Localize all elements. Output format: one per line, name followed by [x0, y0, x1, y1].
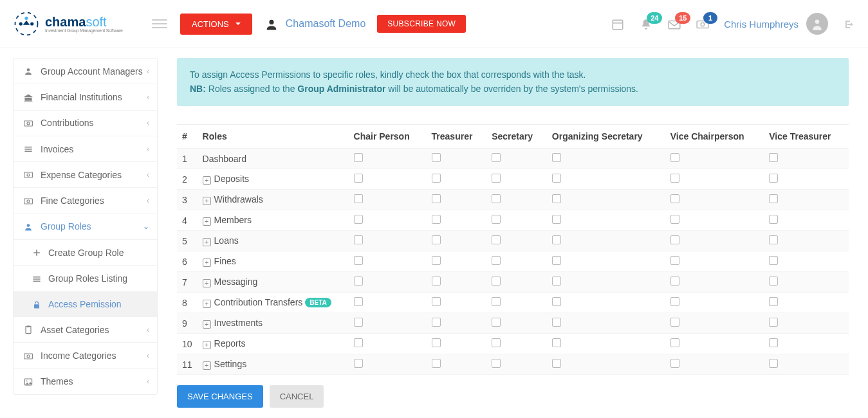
sidebar-item[interactable]: Themes ‹: [14, 369, 157, 394]
menu-toggle-icon[interactable]: [152, 19, 167, 28]
permission-checkbox[interactable]: [432, 297, 441, 306]
messages-icon[interactable]: 15: [667, 16, 681, 32]
sidebar-sub-item[interactable]: Group Roles Listing: [14, 266, 157, 291]
expand-icon[interactable]: +: [203, 300, 211, 308]
permission-checkbox[interactable]: [492, 277, 501, 286]
sidebar-item[interactable]: Fine Categories ‹: [14, 188, 157, 214]
permission-checkbox[interactable]: [354, 194, 363, 203]
permission-checkbox[interactable]: [354, 359, 363, 368]
permission-checkbox[interactable]: [769, 359, 778, 368]
permission-checkbox[interactable]: [432, 277, 441, 286]
user-menu[interactable]: Chris Humphreys: [724, 13, 828, 35]
permission-checkbox[interactable]: [354, 235, 363, 244]
permission-checkbox[interactable]: [432, 256, 441, 265]
permission-checkbox[interactable]: [432, 194, 441, 203]
expand-icon[interactable]: +: [203, 279, 211, 287]
permission-checkbox[interactable]: [769, 194, 778, 203]
permission-checkbox[interactable]: [492, 359, 501, 368]
permission-checkbox[interactable]: [552, 338, 561, 347]
permission-checkbox[interactable]: [769, 215, 778, 224]
permission-checkbox[interactable]: [354, 318, 363, 327]
permission-checkbox[interactable]: [492, 153, 501, 162]
sidebar-item[interactable]: Invoices ‹: [14, 136, 157, 162]
expand-icon[interactable]: +: [203, 217, 211, 226]
permission-checkbox[interactable]: [769, 174, 778, 183]
current-group[interactable]: Chamasoft Demo: [264, 15, 366, 32]
permission-checkbox[interactable]: [552, 215, 561, 224]
permission-checkbox[interactable]: [492, 318, 501, 327]
expand-icon[interactable]: +: [203, 259, 211, 267]
money-icon[interactable]: 1: [696, 16, 710, 32]
permission-checkbox[interactable]: [492, 256, 501, 265]
permission-checkbox[interactable]: [492, 215, 501, 224]
permission-checkbox[interactable]: [552, 256, 561, 265]
permission-checkbox[interactable]: [492, 194, 501, 203]
permission-checkbox[interactable]: [432, 359, 441, 368]
permission-checkbox[interactable]: [432, 215, 441, 224]
permission-checkbox[interactable]: [492, 235, 501, 244]
calendar-icon[interactable]: [611, 16, 625, 32]
permission-checkbox[interactable]: [769, 235, 778, 244]
permission-checkbox[interactable]: [354, 256, 363, 265]
sidebar-item[interactable]: Group Roles ⌄: [14, 214, 157, 240]
permission-checkbox[interactable]: [670, 359, 679, 368]
permission-checkbox[interactable]: [432, 235, 441, 244]
notifications-icon[interactable]: 24: [639, 16, 653, 32]
permission-checkbox[interactable]: [432, 174, 441, 183]
sidebar-item[interactable]: Group Account Managers ‹: [14, 59, 157, 84]
permission-checkbox[interactable]: [670, 297, 679, 306]
expand-icon[interactable]: +: [203, 320, 211, 329]
permission-checkbox[interactable]: [552, 359, 561, 368]
permission-checkbox[interactable]: [552, 318, 561, 327]
permission-checkbox[interactable]: [354, 338, 363, 347]
actions-dropdown-button[interactable]: ACTIONS: [180, 14, 252, 35]
permission-checkbox[interactable]: [670, 174, 679, 183]
permission-checkbox[interactable]: [670, 194, 679, 203]
sidebar-item[interactable]: Contributions ‹: [14, 111, 157, 136]
permission-checkbox[interactable]: [552, 297, 561, 306]
expand-icon[interactable]: +: [203, 176, 211, 185]
permission-checkbox[interactable]: [492, 174, 501, 183]
cancel-button[interactable]: CANCEL: [270, 385, 324, 408]
sidebar-item[interactable]: Expense Categories ‹: [14, 162, 157, 188]
permission-checkbox[interactable]: [354, 215, 363, 224]
permission-checkbox[interactable]: [670, 277, 679, 286]
save-button[interactable]: SAVE CHANGES: [177, 385, 263, 408]
permission-checkbox[interactable]: [552, 194, 561, 203]
permission-checkbox[interactable]: [769, 297, 778, 306]
expand-icon[interactable]: +: [203, 341, 211, 349]
sidebar-item[interactable]: Asset Categories ‹: [14, 317, 157, 343]
permission-checkbox[interactable]: [670, 338, 679, 347]
permission-checkbox[interactable]: [552, 174, 561, 183]
permission-checkbox[interactable]: [432, 318, 441, 327]
sidebar-sub-item[interactable]: Create Group Role: [14, 240, 157, 266]
permission-checkbox[interactable]: [354, 297, 363, 306]
expand-icon[interactable]: +: [203, 238, 211, 246]
permission-checkbox[interactable]: [769, 256, 778, 265]
sidebar-item[interactable]: Financial Institutions ‹: [14, 84, 157, 110]
logout-icon[interactable]: [842, 17, 855, 30]
permission-checkbox[interactable]: [670, 235, 679, 244]
sidebar-sub-item[interactable]: Access Pemission: [14, 292, 157, 317]
permission-checkbox[interactable]: [492, 338, 501, 347]
permission-checkbox[interactable]: [432, 338, 441, 347]
permission-checkbox[interactable]: [552, 153, 561, 162]
permission-checkbox[interactable]: [670, 256, 679, 265]
permission-checkbox[interactable]: [769, 318, 778, 327]
permission-checkbox[interactable]: [432, 153, 441, 162]
permission-checkbox[interactable]: [552, 235, 561, 244]
permission-checkbox[interactable]: [354, 174, 363, 183]
permission-checkbox[interactable]: [492, 297, 501, 306]
expand-icon[interactable]: +: [203, 197, 211, 205]
permission-checkbox[interactable]: [769, 277, 778, 286]
permission-checkbox[interactable]: [552, 277, 561, 286]
permission-checkbox[interactable]: [769, 338, 778, 347]
sidebar-item[interactable]: Income Categories ‹: [14, 343, 157, 368]
expand-icon[interactable]: +: [203, 361, 211, 370]
permission-checkbox[interactable]: [670, 153, 679, 162]
permission-checkbox[interactable]: [769, 153, 778, 162]
logo[interactable]: chamasoft Investment Group Management So…: [13, 10, 123, 37]
permission-checkbox[interactable]: [354, 277, 363, 286]
subscribe-button[interactable]: SUBSCRIBE NOW: [377, 15, 466, 33]
permission-checkbox[interactable]: [670, 318, 679, 327]
